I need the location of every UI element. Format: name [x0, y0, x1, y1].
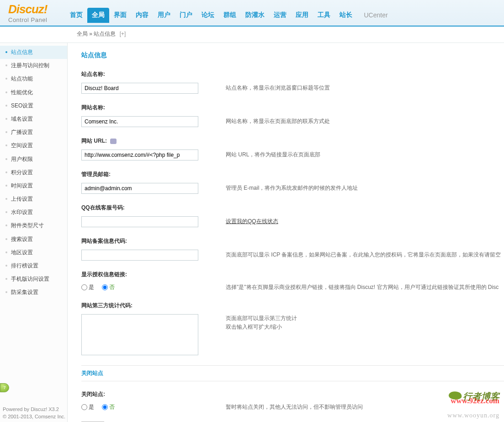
nav-防灌水[interactable]: 防灌水 [241, 8, 269, 23]
footer: Powered by Discuz! X3.2 © 2001-2013, Com… [3, 406, 65, 420]
auth-link-yes-radio[interactable] [81, 284, 87, 290]
close-site-yes-radio[interactable] [81, 404, 87, 410]
nav-群组[interactable]: 群组 [219, 8, 241, 23]
sidebar-item-0[interactable]: 站点信息 [0, 46, 67, 59]
nav-全局[interactable]: 全局 [87, 8, 109, 23]
sidebar-item-3[interactable]: 性能优化 [0, 86, 67, 99]
top-bar: Discuz! Control Panel 首页全局界面内容用户门户论坛群组防灌… [0, 0, 504, 27]
web-name-desc: 网站名称，将显示在页面底部的联系方式处 [226, 117, 504, 126]
third-code-label: 网站第三方统计代码: [81, 302, 504, 310]
qq-input[interactable] [81, 216, 198, 227]
breadcrumb-root[interactable]: 全局 [77, 31, 88, 37]
logo-text: Discuz! [8, 2, 47, 16]
admin-email-label: 管理员邮箱: [81, 171, 504, 178]
auth-link-no-radio[interactable] [102, 284, 108, 290]
sidebar-item-1[interactable]: 注册与访问控制 [0, 59, 67, 72]
close-site-desc: 暂时将站点关闭，其他人无法访问，但不影响管理员访问 [226, 403, 504, 411]
sidebar-item-16[interactable]: 排行榜设置 [0, 259, 67, 272]
breadcrumb-expand[interactable]: [+] [120, 31, 126, 37]
logo-subtext: Control Panel [8, 16, 47, 23]
nav-门户[interactable]: 门户 [175, 8, 197, 23]
sidebar-item-4[interactable]: SEO设置 [0, 99, 67, 112]
auth-link-desc: 选择"是"将在页脚显示商业授权用户链接，链接将指向 Discuz! 官方网站，用… [226, 283, 504, 292]
sidebar-item-15[interactable]: 地区设置 [0, 246, 67, 259]
qq-status-link[interactable]: 设置我的QQ在线状态 [226, 218, 278, 224]
footer-powered: Powered by Discuz! X3.2 [3, 406, 65, 413]
sidebar-item-8[interactable]: 用户权限 [0, 153, 67, 166]
sidebar-item-7[interactable]: 空间设置 [0, 139, 67, 152]
close-site-label: 关闭站点: [81, 390, 504, 398]
qq-label: QQ在线客服号码: [81, 204, 504, 212]
page-title: 站点信息 [81, 51, 504, 59]
sidebar-item-9[interactable]: 积分设置 [0, 166, 67, 179]
web-url-label: 网站 URL: [81, 137, 504, 145]
nav-首页[interactable]: 首页 [65, 8, 87, 23]
nav-运营[interactable]: 运营 [269, 8, 291, 23]
nav-应用[interactable]: 应用 [291, 8, 313, 23]
main-nav: 首页全局界面内容用户门户论坛群组防灌水运营应用工具站长UCenter [65, 8, 392, 23]
logo: Discuz! Control Panel [8, 2, 47, 23]
nav-界面[interactable]: 界面 [109, 8, 131, 23]
icp-label: 网站备案信息代码: [81, 237, 504, 245]
sidebar-item-2[interactable]: 站点功能 [0, 72, 67, 85]
icp-input[interactable] [81, 250, 198, 261]
web-name-label: 网站名称: [81, 104, 504, 112]
main-content: 站点信息 站点名称: 站点名称，将显示在浏览器窗口标题等位置 网站名称: 网站名… [68, 43, 504, 422]
site-name-desc: 站点名称，将显示在浏览器窗口标题等位置 [226, 84, 504, 92]
sidebar-item-11[interactable]: 上传设置 [0, 192, 67, 206]
sidebar-item-17[interactable]: 手机版访问设置 [0, 272, 67, 286]
notification-badge[interactable]: 7 [0, 383, 9, 392]
sidebar-item-13[interactable]: 附件类型尺寸 [0, 219, 67, 232]
site-name-input[interactable] [81, 83, 198, 94]
auth-link-label: 显示授权信息链接: [81, 271, 504, 278]
web-url-input[interactable] [81, 150, 198, 160]
web-url-desc: 网站 URL，将作为链接显示在页面底部 [226, 150, 504, 159]
sidebar-item-5[interactable]: 域名设置 [0, 112, 67, 126]
site-name-label: 站点名称: [81, 70, 504, 78]
nav-站长[interactable]: 站长 [335, 8, 357, 23]
web-name-input[interactable] [81, 116, 198, 127]
sidebar-item-18[interactable]: 防采集设置 [0, 286, 67, 299]
nav-用户[interactable]: 用户 [153, 8, 175, 23]
sidebar-item-14[interactable]: 搜索设置 [0, 233, 67, 246]
close-site-section: 关闭站点 [81, 365, 504, 381]
sidebar-item-10[interactable]: 时间设置 [0, 179, 67, 192]
help-icon[interactable] [110, 139, 117, 144]
nav-内容[interactable]: 内容 [131, 8, 153, 23]
close-site-no-radio[interactable] [102, 404, 108, 410]
icp-desc: 页面底部可以显示 ICP 备案信息，如果网站已备案，在此输入您的授权码，它将显示… [226, 251, 504, 259]
breadcrumb: 全局 » 站点信息 [+] [0, 27, 504, 43]
third-code-input[interactable] [81, 314, 198, 355]
admin-email-input[interactable] [81, 183, 198, 194]
sidebar-item-6[interactable]: 广播设置 [0, 126, 67, 139]
admin-email-desc: 管理员 E-mail，将作为系统发邮件的时候的发件人地址 [226, 184, 504, 192]
footer-copyright: © 2001-2013, Comsenz Inc. [3, 413, 65, 420]
sidebar: 站点信息注册与访问控制站点功能性能优化SEO设置域名设置广播设置空间设置用户权限… [0, 43, 68, 422]
nav-论坛[interactable]: 论坛 [197, 8, 219, 23]
nav-ucenter[interactable]: UCenter [359, 8, 392, 22]
nav-工具[interactable]: 工具 [313, 8, 335, 23]
third-code-desc: 页面底部可以显示第三方统计 双击输入框可扩大/缩小 [226, 314, 504, 331]
breadcrumb-current: 站点信息 [94, 31, 116, 37]
sidebar-item-12[interactable]: 水印设置 [0, 206, 67, 219]
